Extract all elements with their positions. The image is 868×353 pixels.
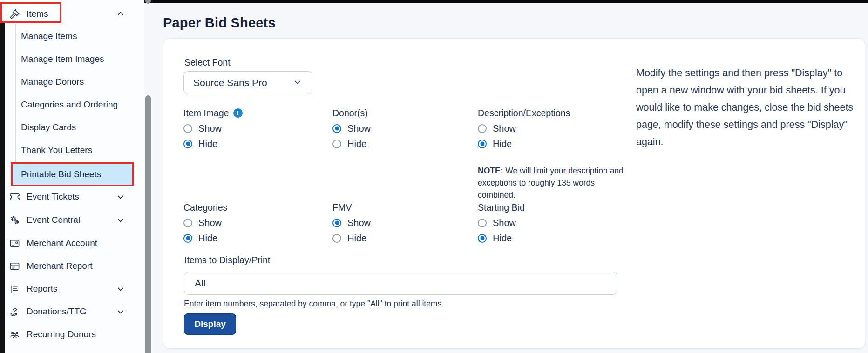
starting-bid-hide-radio[interactable]: Hide: [478, 233, 622, 244]
font-select-value: Source Sans Pro: [193, 77, 267, 88]
radio-icon[interactable]: [183, 140, 192, 148]
categories-hide-radio[interactable]: Hide: [183, 233, 328, 244]
card-report-icon: [8, 260, 20, 272]
sidebar-item-donations-ttg[interactable]: Donations/TTG: [5, 301, 140, 322]
sidebar-item-manage-donors[interactable]: Manage Donors: [21, 72, 133, 92]
select-font-label: Select Font: [184, 57, 231, 68]
sidebar-item-manage-item-images[interactable]: Manage Item Images: [21, 49, 133, 69]
info-paragraph: Modify the settings and then press "Disp…: [636, 65, 863, 151]
chevron-down-icon: [115, 283, 126, 294]
chevron-down-icon: [115, 214, 126, 226]
sidebar-item-merchant-report[interactable]: Merchant Report: [5, 256, 140, 276]
sidebar-item-display-cards[interactable]: Display Cards: [21, 117, 133, 138]
chevron-down-icon: [115, 191, 126, 202]
sidebar-item-printable-bid-sheets[interactable]: Printable Bid Sheets: [21, 164, 133, 185]
sidebar: Items Manage Items Manage Item Images Ma…: [5, 0, 144, 353]
items-to-display-helper: Enter item numbers, separated by comma, …: [184, 299, 444, 309]
description-show-radio[interactable]: Show: [478, 123, 622, 134]
gears-icon: [8, 214, 20, 226]
display-button[interactable]: Display: [184, 313, 236, 335]
items-to-display-label: Items to Display/Print: [184, 255, 270, 266]
sidebar-item-merchant-account[interactable]: Merchant Account: [5, 233, 140, 253]
sidebar-item-label: Items: [27, 9, 48, 19]
people-group-icon: [8, 328, 20, 340]
item-image-hide-radio[interactable]: Hide: [183, 138, 328, 149]
chevron-up-icon: [115, 8, 126, 20]
fmv-show-radio[interactable]: Show: [332, 217, 477, 228]
radio-icon[interactable]: [332, 234, 341, 243]
ticket-icon: [8, 191, 20, 203]
sidebar-item-recurring-donors[interactable]: Recurring Donors: [5, 324, 140, 345]
app-screen: Items Manage Items Manage Item Images Ma…: [0, 0, 868, 353]
item-image-show-radio[interactable]: Show: [183, 123, 328, 134]
top-edge-bar: [122, 0, 868, 3]
chevron-down-icon: [292, 77, 303, 89]
radio-group-fmv: FMV Show Hide: [332, 202, 477, 244]
sidebar-item-event-central[interactable]: Event Central: [5, 210, 140, 230]
donors-hide-radio[interactable]: Hide: [332, 138, 477, 149]
starting-bid-show-radio[interactable]: Show: [478, 217, 622, 228]
sidebar-item-thank-you-letters[interactable]: Thank You Letters: [21, 140, 133, 160]
sidebar-item-event-tickets[interactable]: Event Tickets: [5, 186, 140, 207]
items-to-display-input[interactable]: [184, 272, 617, 295]
chevron-down-icon: [115, 306, 126, 317]
tree-guide-line: [15, 24, 16, 163]
donors-show-radio[interactable]: Show: [332, 123, 477, 134]
radio-icon[interactable]: [332, 219, 341, 227]
settings-card: Select Font Source Sans Pro Item Image i…: [163, 38, 865, 349]
left-edge-bar: [0, 23, 5, 353]
hand-heart-icon: [8, 306, 20, 318]
radio-icon[interactable]: [332, 140, 341, 148]
radio-group-description-exceptions: Description/Exceptions Show Hide: [478, 107, 622, 149]
radio-icon[interactable]: [478, 234, 487, 243]
fmv-hide-radio[interactable]: Hide: [332, 233, 477, 244]
categories-show-radio[interactable]: Show: [183, 217, 328, 228]
description-note: NOTE: We will limit your description and…: [478, 165, 633, 201]
sidebar-item-reports[interactable]: Reports: [5, 279, 140, 299]
credit-card-icon: [8, 237, 20, 249]
radio-group-categories: Categories Show Hide: [183, 202, 328, 244]
radio-icon[interactable]: [183, 234, 192, 243]
radio-icon[interactable]: [478, 219, 487, 227]
info-icon[interactable]: i: [233, 108, 243, 118]
radio-icon[interactable]: [183, 124, 192, 133]
radio-icon[interactable]: [183, 219, 192, 227]
scrollbar-thumb-top[interactable]: [145, 0, 151, 4]
radio-group-item-image: Item Image i Show Hide: [183, 107, 328, 149]
radio-icon[interactable]: [332, 124, 341, 133]
sidebar-item-manage-items[interactable]: Manage Items: [21, 26, 133, 47]
radio-icon[interactable]: [478, 140, 487, 148]
font-select[interactable]: Source Sans Pro: [183, 71, 312, 94]
radio-group-starting-bid: Starting Bid Show Hide: [478, 202, 622, 244]
radio-icon[interactable]: [478, 124, 487, 133]
page-title: Paper Bid Sheets: [163, 15, 276, 31]
gavel-icon: [8, 8, 20, 20]
scrollbar-thumb[interactable]: [145, 95, 151, 353]
sidebar-item-categories-ordering[interactable]: Categories and Ordering: [21, 94, 133, 115]
description-hide-radio[interactable]: Hide: [478, 138, 622, 149]
radio-group-donors: Donor(s) Show Hide: [332, 107, 477, 149]
report-lines-icon: [8, 283, 20, 295]
sidebar-item-items[interactable]: Items: [5, 4, 140, 24]
